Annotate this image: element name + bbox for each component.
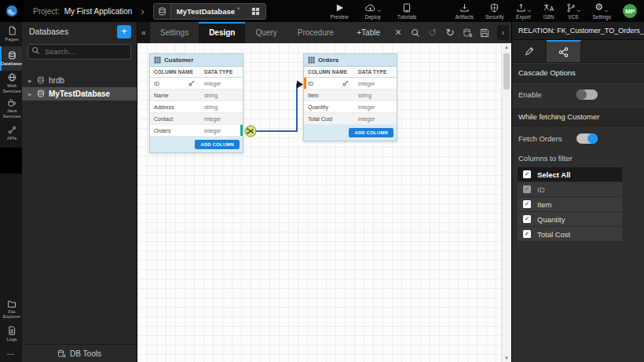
filter-option-item[interactable]: ✓ Item — [518, 197, 622, 212]
rail-item-pages[interactable]: Pages — [0, 22, 22, 46]
expand-caret-icon[interactable]: ▶ — [28, 91, 33, 97]
column-name: Total Cost — [308, 116, 332, 122]
table-row[interactable]: ID integer — [150, 78, 243, 90]
tab-query[interactable]: Query — [245, 22, 287, 43]
column-name: Name — [154, 93, 169, 98]
scroll-down-icon[interactable]: ▼ — [502, 356, 511, 360]
filter-option-label: Quantity — [537, 215, 565, 224]
wavemaker-logo-icon[interactable] — [0, 0, 24, 22]
table-row[interactable]: Address string — [150, 101, 243, 113]
rail-item-databases[interactable]: Databases — [0, 46, 22, 71]
table-icon — [308, 57, 315, 64]
checkbox-checked-disabled: ✓ — [523, 185, 531, 193]
table-customer-header[interactable]: Customer — [150, 54, 243, 67]
enable-toggle[interactable] — [576, 90, 598, 100]
more-options-icon[interactable]: ••• — [0, 346, 22, 362]
relation-drag-knob — [245, 126, 256, 137]
project-breadcrumb[interactable]: Project: My First Application — [33, 7, 132, 16]
rail-item-java-services[interactable]: Java Services — [0, 96, 22, 121]
panel-title: Databases — [29, 27, 68, 36]
column-type: integer — [354, 104, 397, 110]
db-tools-label: DB Tools — [70, 349, 101, 358]
canvas-scrollbar[interactable]: ▲ ▼ — [501, 43, 511, 362]
checkbox-checked[interactable]: ✓ — [523, 215, 531, 223]
tutorials-icon — [403, 2, 411, 13]
add-column-button[interactable]: ADD COLUMN — [349, 128, 393, 137]
fetch-orders-toggle[interactable] — [576, 133, 598, 144]
upload-icon — [516, 2, 532, 13]
expand-caret-icon[interactable]: ▶ — [28, 78, 33, 83]
column-headers: COLUMN NAME DATA TYPE — [304, 67, 397, 78]
redo-icon[interactable]: ↻ — [442, 27, 458, 38]
deploy-button[interactable]: Deploy — [364, 2, 382, 20]
deploy-label: Deploy — [365, 14, 381, 20]
expand-panel-button[interactable]: › — [497, 25, 509, 40]
artifacts-button[interactable]: Artifacts — [456, 2, 474, 20]
breadcrumb-chevron-icon: › — [141, 5, 144, 17]
table-orders[interactable]: Orders COLUMN NAME DATA TYPE ID integer … — [303, 53, 397, 141]
tab-relation-settings[interactable] — [547, 40, 581, 62]
table-row[interactable]: Contact integer — [150, 113, 243, 125]
table-row[interactable]: Item string — [304, 90, 397, 101]
security-label: Security — [485, 14, 503, 20]
filter-option-select-all[interactable]: ✓ Select All — [518, 167, 622, 182]
schema-canvas[interactable]: Customer COLUMN NAME DATA TYPE ID intege… — [137, 43, 511, 362]
cascade-options-header: Cascade Options — [512, 63, 644, 82]
add-column-button[interactable]: ADD COLUMN — [195, 140, 240, 149]
add-table-button[interactable]: +Table — [357, 28, 380, 37]
add-database-button[interactable]: + — [117, 25, 131, 38]
tab-edit-relation[interactable] — [512, 40, 547, 62]
export-button[interactable]: Export — [516, 2, 532, 20]
language-icon — [543, 2, 554, 13]
table-customer[interactable]: Customer COLUMN NAME DATA TYPE ID intege… — [149, 53, 243, 153]
security-button[interactable]: Security — [485, 2, 503, 20]
rail-item-file-explorer[interactable]: File Explorer — [0, 298, 22, 322]
rail-item-apis[interactable]: APIs — [0, 121, 22, 145]
tab-procedure[interactable]: Procedure — [287, 22, 344, 43]
settings-button[interactable]: ⚙ Settings — [593, 2, 612, 20]
dashboard-grid-icon[interactable] — [246, 7, 265, 16]
scrollbar-thumb[interactable] — [503, 53, 510, 90]
table-row-relation-source[interactable]: Orders integer — [150, 125, 243, 137]
scroll-up-icon[interactable]: ▲ — [502, 45, 511, 49]
undo-icon[interactable]: ↺ — [425, 27, 441, 38]
toggle-knob — [576, 90, 587, 100]
table-row[interactable]: Total Cost integer — [304, 113, 397, 125]
search-icon — [31, 46, 40, 55]
tab-settings[interactable]: Settings — [150, 22, 199, 43]
enable-row: Enable — [512, 82, 644, 107]
table-footer: ADD COLUMN — [150, 137, 243, 152]
db-update-icon[interactable] — [459, 28, 475, 38]
table-row[interactable]: Name string — [150, 90, 243, 101]
column-type: integer — [354, 116, 397, 122]
tree-item-hrdb[interactable]: ▶ hrdb — [22, 74, 137, 87]
tab-design[interactable]: Design — [199, 22, 245, 43]
user-avatar[interactable]: MP — [623, 4, 637, 18]
filter-option-quantity[interactable]: ✓ Quantity — [518, 212, 622, 227]
vcs-button[interactable]: VCS — [566, 2, 581, 20]
relation-panel-title: RELATION: FK_Customer_TO_Orders_O... — [512, 22, 644, 40]
delete-icon[interactable]: × — [390, 27, 406, 38]
document-tab-mytestdatabase[interactable]: MyTestDatabase * — [153, 3, 266, 20]
rail-label: Web Services — [2, 83, 22, 93]
tutorials-button[interactable]: Tutorials — [397, 2, 417, 20]
zoom-search-icon[interactable] — [408, 28, 423, 38]
tree-item-mytestdatabase[interactable]: ▶ MyTestDatabase — [22, 87, 137, 101]
preview-button[interactable]: Preview — [331, 2, 349, 20]
checkbox-checked[interactable]: ✓ — [523, 200, 531, 208]
save-icon[interactable] — [477, 28, 492, 38]
table-row-relation-target[interactable]: ID integer — [304, 78, 397, 90]
app-window: Project: My First Application › MyTestDa… — [0, 0, 644, 362]
table-row[interactable]: Quantity integer — [304, 101, 397, 113]
table-orders-header[interactable]: Orders — [304, 54, 397, 67]
db-tools-button[interactable]: DB Tools — [22, 344, 137, 362]
collapse-panel-button[interactable]: « — [137, 22, 150, 43]
search-input[interactable] — [27, 44, 131, 60]
i18n-button[interactable]: I18N — [543, 2, 554, 20]
checkbox-checked[interactable]: ✓ — [523, 230, 531, 238]
checkbox-checked[interactable]: ✓ — [523, 170, 531, 178]
rail-label: File Explorer — [2, 309, 22, 320]
rail-item-web-services[interactable]: Web Services — [0, 71, 22, 96]
rail-item-logs[interactable]: Logs — [0, 322, 22, 346]
filter-option-total-cost[interactable]: ✓ Total Cost — [518, 227, 622, 242]
